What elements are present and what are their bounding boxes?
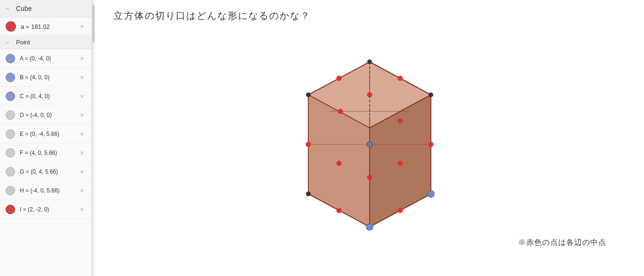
point-close-h[interactable]: × <box>78 186 86 195</box>
point-dot-e <box>6 129 15 139</box>
canvas-area[interactable]: ※赤色の点は各辺の中点 <box>95 22 644 276</box>
sidebar: − Cube a = 181.02 × − Point A = (0, -4, … <box>0 0 92 276</box>
point-dot-g <box>6 167 15 176</box>
cube-item: a = 181.02 × <box>0 17 91 36</box>
red-dot-10 <box>336 208 341 213</box>
point-close-f[interactable]: × <box>78 148 86 158</box>
point-dot-h <box>6 186 15 195</box>
point-section-title: Point <box>16 39 30 46</box>
vertex-bottom-left <box>306 192 311 196</box>
point-dot-f <box>6 148 15 158</box>
point-close-e[interactable]: × <box>78 129 86 139</box>
red-dot-8 <box>336 161 341 166</box>
point-dot-i <box>6 205 15 214</box>
cube-collapse-icon[interactable]: − <box>6 5 12 12</box>
red-dot-4 <box>367 92 372 98</box>
red-dot-2 <box>336 76 341 81</box>
point-label-i: I = (2, -2, 0) <box>20 206 74 213</box>
point-close-a[interactable]: × <box>78 54 86 63</box>
cube-value-label: a = 181.02 <box>21 23 74 30</box>
list-item: A = (0, -4, 0) × <box>0 49 91 68</box>
point-dot-a <box>6 54 15 63</box>
cube-section-title: Cube <box>16 5 32 12</box>
center-vertex <box>367 142 372 147</box>
red-dot-1 <box>397 76 403 81</box>
list-item: B = (4, 0, 0) × <box>0 68 91 87</box>
list-item: E = (0, -4, 5.66) × <box>0 125 91 143</box>
vertex-top-right <box>429 92 433 97</box>
point-dot-d <box>6 110 15 120</box>
list-item: F = (4, 0, 5.66) × <box>0 143 91 162</box>
main-content: 立方体の切り口はどんな形になるのかな？ <box>95 0 644 276</box>
point-close-b[interactable]: × <box>78 73 86 82</box>
point-label-b: B = (4, 0, 0) <box>20 74 74 81</box>
red-dot-5 <box>397 118 403 124</box>
point-label-g: G = (0, 4, 5.66) <box>20 168 74 175</box>
point-collapse-icon[interactable]: − <box>6 39 12 46</box>
point-section-header: − Point <box>0 36 91 49</box>
point-label-c: C = (0, 4, 0) <box>20 93 74 100</box>
point-dot-b <box>6 73 15 82</box>
point-close-g[interactable]: × <box>78 167 86 176</box>
list-item: C = (0, 4, 0) × <box>0 87 91 106</box>
point-close-c[interactable]: × <box>78 92 86 101</box>
cube-close-button[interactable]: × <box>78 22 86 31</box>
vertex-top <box>367 59 372 64</box>
note-text: ※赤色の点は各辺の中点 <box>518 238 606 248</box>
red-dot-3 <box>338 109 343 114</box>
vertex-top-left <box>306 92 311 97</box>
point-dot-c <box>6 92 15 101</box>
red-dot-6 <box>397 161 403 166</box>
page-title: 立方体の切り口はどんな形になるのかな？ <box>114 9 311 22</box>
point-close-i[interactable]: × <box>78 205 86 214</box>
list-item: G = (0, 4, 5.66) × <box>0 162 91 181</box>
blue-dot-2 <box>428 191 434 197</box>
red-dot-9 <box>397 208 403 213</box>
red-dot-right-mid <box>428 142 433 147</box>
cube-visualization[interactable] <box>256 48 483 251</box>
list-item: H = (-4, 0, 5.66) × <box>0 181 91 200</box>
point-label-e: E = (0, -4, 5.66) <box>20 131 74 137</box>
cube-color-dot <box>6 21 16 32</box>
list-item: I = (2, -2, 0) × <box>0 200 91 219</box>
point-label-f: F = (4, 0, 5.66) <box>20 150 74 156</box>
point-label-d: D = (-4, 0, 0) <box>20 112 74 118</box>
point-label-h: H = (-4, 0, 5.66) <box>20 187 74 194</box>
red-dot-7 <box>367 175 372 180</box>
list-item: D = (-4, 0, 0) × <box>0 106 91 125</box>
red-dot-left-mid <box>305 142 311 147</box>
point-close-d[interactable]: × <box>78 110 86 120</box>
points-list: A = (0, -4, 0) × B = (4, 0, 0) × C = (0,… <box>0 49 91 276</box>
blue-dot-1 <box>366 224 373 230</box>
point-label-a: A = (0, -4, 0) <box>20 55 74 62</box>
cube-section-header: − Cube <box>0 0 91 17</box>
